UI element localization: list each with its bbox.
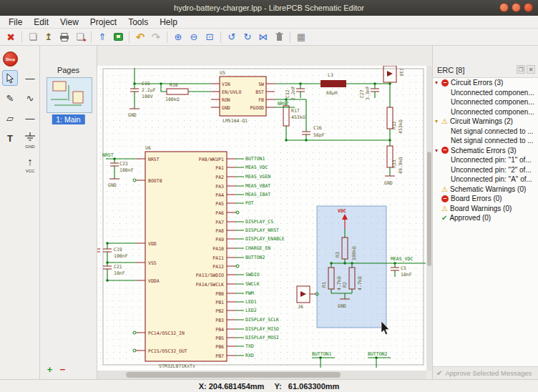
menu-tools[interactable]: Tools: [122, 16, 154, 29]
schematic-label[interactable]: VDC: [338, 208, 346, 214]
schematic-label[interactable]: 3.3nF: [365, 86, 371, 100]
schematic-label[interactable]: PB2: [215, 308, 224, 314]
add-gnd-tool[interactable]: [22, 129, 38, 144]
menu-view[interactable]: View: [54, 16, 84, 29]
add-netlabel-tool[interactable]: ―: [22, 70, 38, 86]
schematic-label[interactable]: PB6: [215, 344, 224, 350]
schematic-label[interactable]: R13: [391, 160, 397, 168]
schematic-label[interactable]: BUTTON1: [245, 156, 265, 162]
zoom-in-button[interactable]: ⊕: [170, 30, 186, 44]
page-list-item-main[interactable]: 1: Main: [52, 114, 84, 124]
close-project-button[interactable]: ✖: [3, 30, 19, 44]
rotate-ccw-button[interactable]: ↺: [224, 30, 240, 44]
add-vcc-tool[interactable]: ↑: [22, 153, 38, 169]
add-component-tool[interactable]: ―: [22, 110, 38, 126]
schematic-label[interactable]: PA13/SWDIO: [196, 273, 224, 278]
erc-float-button[interactable]: ❐: [517, 65, 525, 74]
grid-button[interactable]: ▦: [293, 30, 309, 44]
erc-close-button[interactable]: ✕: [527, 65, 535, 74]
mirror-button[interactable]: ⋈: [255, 30, 271, 44]
schematic-label[interactable]: MEAS_VBAT: [245, 183, 270, 189]
schematic-label[interactable]: 56pF: [313, 132, 325, 138]
schematic-label[interactable]: SW: [258, 82, 264, 87]
maximize-button[interactable]: [512, 3, 521, 12]
schematic-label[interactable]: 100nF: [114, 253, 128, 259]
erc-row[interactable]: ▾–Circuit Errors (3): [433, 78, 538, 88]
schematic-label[interactable]: BUTTON2: [368, 351, 387, 357]
schematic-label[interactable]: PA14/SWCLK: [196, 282, 224, 288]
schematic-label[interactable]: VIN: [222, 82, 230, 87]
schematic-label[interactable]: RON: [222, 97, 230, 103]
redo-button[interactable]: ↷: [148, 30, 164, 44]
schematic-label[interactable]: SWDIO: [245, 272, 260, 278]
schematic-label[interactable]: POT: [245, 200, 254, 206]
schematic-label[interactable]: BOOT0: [148, 178, 162, 184]
schematic-label[interactable]: STM32L071KxTx: [159, 363, 195, 369]
rotate-cw-button[interactable]: ↻: [240, 30, 255, 44]
schematic-label[interactable]: 4.7kΩ: [357, 276, 363, 290]
schematic-label[interactable]: PA0/WKUP1: [199, 157, 224, 162]
expander-icon[interactable]: ▾: [435, 147, 441, 154]
schematic-label[interactable]: PB7: [215, 353, 224, 359]
schematic-label[interactable]: DISPLAY_CS: [245, 219, 273, 225]
schematic-label[interactable]: GND: [108, 182, 117, 188]
schematic-label[interactable]: MEAS_VGEN: [245, 174, 270, 180]
schematic-label[interactable]: 10nF: [401, 272, 412, 278]
erc-row[interactable]: Unconnected componen...: [433, 88, 538, 98]
schematic-label[interactable]: 100kΩ: [165, 97, 180, 102]
stop-button[interactable]: Stop: [3, 52, 18, 67]
schematic-label[interactable]: J10: [398, 68, 404, 77]
schematic-label[interactable]: C27: [359, 89, 365, 98]
schematic-label[interactable]: VBAT: [126, 66, 137, 67]
schematic-label[interactable]: PWM: [245, 290, 254, 296]
erc-row[interactable]: Net signal connected to ...: [433, 127, 538, 137]
schematic-label[interactable]: MEAS_VDC: [245, 165, 268, 170]
schematic-label[interactable]: MEAS_VDC: [391, 256, 413, 262]
schematic-label[interactable]: TXD: [245, 343, 254, 349]
schematic-label[interactable]: PB4: [215, 327, 224, 333]
schematic-label[interactable]: DISPLAY_MISO: [245, 326, 279, 332]
erc-row[interactable]: ✔Approved (0): [433, 213, 538, 223]
schematic-label[interactable]: J6: [298, 304, 303, 310]
schematic-canvas[interactable]: VBATC152.2µF100VGNDR16100kΩU5LM5164-Q1VI…: [97, 66, 426, 371]
erc-row[interactable]: Unconnected pin: "A" of...: [433, 175, 538, 185]
schematic-label[interactable]: VSS: [148, 260, 157, 266]
schematic-label[interactable]: PA12: [212, 264, 224, 270]
schematic-label[interactable]: GND: [338, 303, 346, 309]
schematic-label[interactable]: PA5: [215, 201, 224, 207]
erc-row[interactable]: Unconnected componen...: [433, 107, 538, 117]
schematic-label[interactable]: LM5164-Q1: [222, 118, 248, 124]
schematic-label[interactable]: PB1: [215, 300, 224, 305]
schematic-label[interactable]: C21: [114, 264, 122, 270]
schematic-label[interactable]: U5: [220, 70, 225, 76]
close-button[interactable]: [524, 3, 533, 12]
schematic-label[interactable]: PA10: [212, 246, 224, 252]
approve-selected-button[interactable]: ✔ Approve Selected Messages: [433, 366, 538, 379]
schematic-label[interactable]: GND: [128, 112, 137, 118]
schematic-label[interactable]: PA1: [215, 165, 224, 171]
menu-project[interactable]: Project: [84, 16, 122, 29]
schematic-label[interactable]: 100kΩ: [351, 246, 357, 260]
schematic-label[interactable]: CHARGE_EN: [245, 245, 270, 251]
schematic-label[interactable]: PA9: [215, 237, 224, 242]
schematic-label[interactable]: BST: [255, 89, 264, 95]
schematic-label[interactable]: C15: [142, 81, 150, 87]
schematic-svg[interactable]: VBATC152.2µF100VGNDR16100kΩU5LM5164-Q1VI…: [97, 66, 426, 371]
schematic-label[interactable]: MEAS_IBAT: [245, 192, 270, 197]
order-pcb-button[interactable]: ⇑: [94, 30, 110, 44]
schematic-label[interactable]: 100V: [142, 94, 153, 99]
schematic-label[interactable]: 453kΩ: [398, 119, 404, 134]
schematic-label[interactable]: EN/UVLO: [222, 89, 241, 95]
schematic-label[interactable]: PA8: [215, 228, 224, 234]
expander-icon[interactable]: ▾: [435, 118, 441, 124]
print-button[interactable]: [57, 30, 72, 44]
schematic-label[interactable]: PA4: [215, 192, 224, 198]
new-sheet-button[interactable]: ❏: [25, 30, 41, 44]
schematic-label[interactable]: 4.7kΩ: [336, 276, 342, 290]
menu-help[interactable]: Help: [154, 16, 183, 29]
draw-net-tool[interactable]: ∿: [22, 90, 38, 106]
schematic-label[interactable]: L3: [328, 72, 333, 78]
schematic-label[interactable]: NRST: [102, 152, 114, 158]
schematic-label[interactable]: PC14/OSC32_IN: [148, 330, 185, 336]
schematic-label[interactable]: SWCLK: [245, 281, 260, 287]
